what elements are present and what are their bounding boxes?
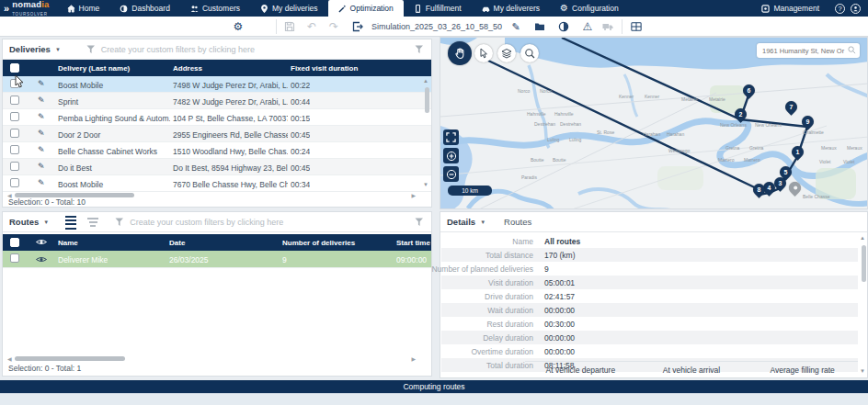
nav-item-home[interactable]: Home xyxy=(57,0,110,17)
map-place-label: Chalmette xyxy=(803,129,824,135)
table-row[interactable]: ✎ Sprint 7482 W Judge Perez Dr, Arabi, L… xyxy=(3,93,431,109)
zoom-area-tool[interactable] xyxy=(520,44,539,62)
rename-button[interactable]: ✎ xyxy=(508,17,524,37)
list-view-icon[interactable] xyxy=(65,215,76,230)
row-checkbox[interactable] xyxy=(10,145,19,154)
table-row[interactable]: ✎ Door 2 Door 2955 Engineers Rd, Belle C… xyxy=(3,126,431,142)
nav-item-dashboard[interactable]: Dashboard xyxy=(109,0,180,17)
map-place-label: Hahnville xyxy=(527,111,546,117)
edit-icon[interactable]: ✎ xyxy=(38,112,45,121)
undo-button[interactable]: ↶ xyxy=(303,17,320,37)
filter-menu-icon[interactable] xyxy=(415,45,424,54)
zoom-in-button[interactable] xyxy=(443,148,459,163)
chevron-down-icon[interactable]: ▼ xyxy=(55,47,61,52)
nav-item-customers[interactable]: Customers xyxy=(180,0,250,17)
export-button[interactable] xyxy=(349,17,366,37)
warnings-button[interactable]: ⚠ xyxy=(579,17,596,37)
add-filter-icon[interactable] xyxy=(115,218,124,227)
pan-hand-tool[interactable] xyxy=(448,41,472,65)
save-button[interactable] xyxy=(281,17,298,37)
edit-icon[interactable]: ✎ xyxy=(38,145,45,154)
select-pointer-tool[interactable] xyxy=(474,44,493,62)
scroll-down-arrow[interactable]: ▼ xyxy=(423,182,428,187)
scroll-down-arrow[interactable]: ▼ xyxy=(860,368,865,374)
sort-view-icon[interactable] xyxy=(87,217,98,228)
table-row[interactable]: ✎ Pemba Lighting Sound & Autom... 104 P … xyxy=(3,109,431,126)
deliveries-filter-placeholder[interactable]: Create your custom filters by clicking h… xyxy=(101,45,255,54)
scroll-up-arrow[interactable]: ▲ xyxy=(860,235,865,241)
row-checkbox[interactable] xyxy=(10,112,19,121)
fullscreen-button[interactable] xyxy=(443,129,459,145)
routes-filter-placeholder[interactable]: Create your custom filters by clicking h… xyxy=(130,218,283,227)
deliveries-panel-title[interactable]: Deliveries xyxy=(3,44,51,54)
table-row[interactable]: ✎ Do it Best Do It Best, 8594 Highway 23… xyxy=(3,159,431,175)
chevron-down-icon[interactable]: ▼ xyxy=(480,219,485,225)
select-all-checkbox[interactable] xyxy=(10,238,19,247)
brand-logo[interactable]: » nomadia TOURSOLVER xyxy=(0,0,57,17)
horizontal-scrollbar-thumb[interactable] xyxy=(15,356,125,361)
edit-icon[interactable]: ✎ xyxy=(38,79,45,88)
scroll-up-arrow[interactable]: ▲ xyxy=(423,78,428,84)
table-row[interactable]: ✎ Belle Chasse Cabinet Works 1510 Woodla… xyxy=(3,142,431,159)
delivery-pin[interactable]: 9 xyxy=(799,113,816,129)
layers-tool[interactable] xyxy=(497,44,516,62)
layout-toggle-button[interactable] xyxy=(627,17,645,37)
settings-gear-button[interactable]: ⚙ xyxy=(230,17,246,37)
user-account-button[interactable] xyxy=(851,4,861,14)
map-place-label: St. Rose xyxy=(597,129,614,135)
delivery-pin[interactable]: 1 xyxy=(789,143,805,160)
scroll-left-arrow[interactable]: ◀ xyxy=(5,355,15,362)
scroll-right-arrow[interactable]: ▶ xyxy=(408,355,418,362)
nav-item-management[interactable]: Management xyxy=(751,0,829,17)
delivery-pin[interactable]: 7 xyxy=(782,98,799,115)
status-text: Computing routes xyxy=(403,382,464,391)
nav-item-fulfillment[interactable]: Fulfillment xyxy=(404,0,472,17)
visibility-eye-icon[interactable] xyxy=(36,238,47,246)
add-filter-icon[interactable] xyxy=(86,45,96,54)
row-checkbox[interactable] xyxy=(10,178,19,187)
visibility-eye-icon[interactable] xyxy=(36,255,47,264)
map-place-label: Metairie xyxy=(681,96,698,102)
scroll-right-arrow[interactable]: ▶ xyxy=(408,192,418,198)
table-row[interactable]: ✎ Boost Mobile 7498 W Judge Perez Dr, Ar… xyxy=(3,76,431,93)
delivery-pin[interactable]: 6 xyxy=(740,82,757,98)
row-checkbox[interactable] xyxy=(10,253,19,263)
nav-item-optimization[interactable]: Optimization xyxy=(328,0,404,17)
nav-item-my-deliverers[interactable]: My deliverers xyxy=(472,0,551,17)
routes-panel-title[interactable]: Routes xyxy=(3,217,39,227)
status-bar: Computing routes xyxy=(0,380,868,393)
edit-icon[interactable]: ✎ xyxy=(38,96,45,105)
fullscreen-icon xyxy=(446,132,456,142)
row-checkbox[interactable] xyxy=(10,129,19,138)
details-panel-title[interactable]: Details xyxy=(440,217,475,227)
row-checkbox[interactable] xyxy=(10,162,19,171)
edit-icon[interactable]: ✎ xyxy=(38,178,45,187)
delivery-pin[interactable]: 2 xyxy=(732,106,748,122)
open-folder-button[interactable] xyxy=(531,17,548,37)
map-view[interactable]: Norco Norco Kenner Kenner Metairie Metai… xyxy=(440,37,868,209)
details-tab-routes[interactable]: Routes xyxy=(504,217,531,227)
edit-icon[interactable]: ✎ xyxy=(38,162,45,171)
vertical-scrollbar-thumb[interactable] xyxy=(862,245,866,282)
nav-item-my-deliveries[interactable]: My deliveries xyxy=(250,0,328,17)
statistics-button[interactable] xyxy=(555,17,572,37)
select-all-checkbox[interactable] xyxy=(10,63,19,73)
filter-menu-icon[interactable] xyxy=(415,218,424,227)
chevron-down-icon[interactable]: ▼ xyxy=(43,219,49,225)
dispatch-button[interactable] xyxy=(600,17,616,37)
zoom-out-button[interactable] xyxy=(443,166,459,182)
horizontal-scrollbar[interactable]: ◀ ▶ xyxy=(5,355,418,362)
redo-button[interactable]: ↷ xyxy=(326,17,342,37)
delivery-pin[interactable]: 8 xyxy=(750,181,767,197)
search-icon[interactable] xyxy=(848,46,856,54)
mobile-phone-icon xyxy=(414,5,422,13)
edit-icon[interactable]: ✎ xyxy=(38,129,45,138)
nav-item-configuration[interactable]: ⚙ Configuration xyxy=(550,0,629,17)
route-row-selected[interactable]: Deliverer Mike 26/03/2025 9 09:00:00 xyxy=(3,251,431,268)
help-button[interactable]: ? xyxy=(835,4,845,14)
table-row[interactable]: ✎ Boost Mobile 7670 Belle Chasse Hwy, Be… xyxy=(3,175,431,192)
row-checkbox[interactable] xyxy=(10,96,19,105)
map-search-input[interactable] xyxy=(757,43,860,58)
vertical-scrollbar-thumb[interactable] xyxy=(425,87,429,113)
warning-icon: ⚠ xyxy=(583,20,593,33)
